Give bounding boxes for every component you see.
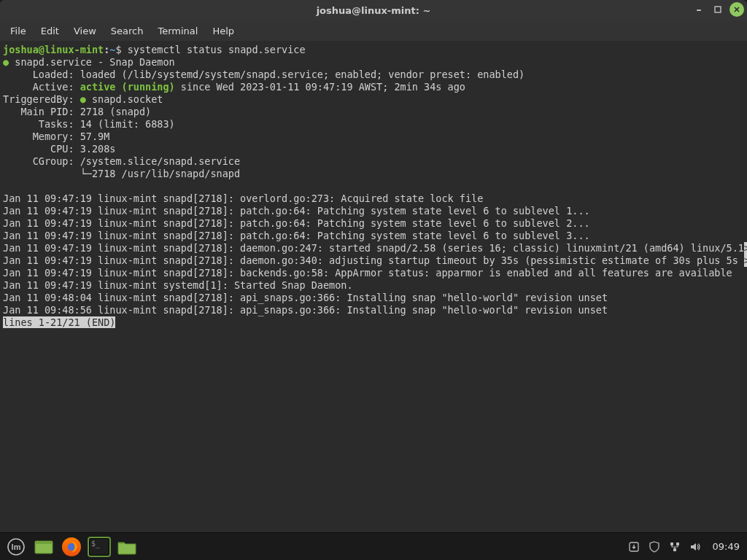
svg-rect-10 <box>676 542 679 545</box>
minimize-button[interactable]: – <box>692 2 706 17</box>
menu-help[interactable]: Help <box>206 23 240 39</box>
log-line: Jan 11 09:47:19 linux-mint snapd[2718]: … <box>3 230 590 241</box>
close-button[interactable] <box>729 2 744 17</box>
tasks-line: Tasks: 14 (limit: 6883) <box>3 118 175 130</box>
shield-icon[interactable] <box>649 541 660 553</box>
active-rest: since Wed 2023-01-11 09:47:19 AWST; 2min… <box>175 81 465 93</box>
line-continuation-marker: > <box>744 242 747 254</box>
menu-edit[interactable]: Edit <box>35 23 65 39</box>
maximize-button[interactable] <box>711 2 725 17</box>
log-line: Jan 11 09:47:19 linux-mint snapd[2718]: … <box>3 254 744 266</box>
menubar: File Edit View Search Terminal Help <box>0 20 747 41</box>
status-dot-icon: ● <box>80 93 86 105</box>
menu-search[interactable]: Search <box>105 23 150 39</box>
window-controls: – <box>692 2 744 17</box>
pager-status: lines 1-21/21 (END) <box>3 316 115 328</box>
command-text: systemctl status snapd.service <box>128 44 306 55</box>
cpu-line: CPU: 3.208s <box>3 143 115 155</box>
terminal-icon <box>88 537 110 556</box>
log-line: Jan 11 09:47:19 linux-mint systemd[1]: S… <box>3 279 353 291</box>
update-manager-icon[interactable] <box>628 541 640 553</box>
menu-view[interactable]: View <box>68 23 102 39</box>
log-line: Jan 11 09:47:19 linux-mint snapd[2718]: … <box>3 242 744 254</box>
taskbar: lm 09:49 <box>0 532 747 560</box>
status-dot-icon: ● <box>3 56 9 68</box>
network-icon[interactable] <box>669 541 681 553</box>
clock[interactable]: 09:49 <box>710 541 743 552</box>
memory-line: Memory: 57.9M <box>3 131 109 142</box>
log-line: Jan 11 09:47:19 linux-mint snapd[2718]: … <box>3 217 590 229</box>
cgroup-line: CGroup: /system.slice/snapd.service <box>3 155 240 167</box>
files-launcher[interactable] <box>115 536 139 558</box>
firefox-launcher[interactable] <box>60 536 83 558</box>
triggered-label: TriggeredBy: <box>3 93 80 105</box>
start-menu-button[interactable]: lm <box>4 536 28 558</box>
svg-text:lm: lm <box>12 542 21 551</box>
titlebar[interactable]: joshua@linux-mint: ~ – <box>0 0 747 20</box>
taskbar-left: lm <box>4 536 139 558</box>
cgroup-child-line: └─2718 /usr/lib/snapd/snapd <box>3 168 240 179</box>
main-pid-line: Main PID: 2718 (snapd) <box>3 106 151 117</box>
log-line: Jan 11 09:48:56 linux-mint snapd[2718]: … <box>3 304 608 316</box>
active-value: active (running) <box>80 81 175 93</box>
svg-rect-0 <box>715 7 721 12</box>
log-line: Jan 11 09:47:19 linux-mint snapd[2718]: … <box>3 192 483 204</box>
unit-line: snapd.service - Snap Daemon <box>15 56 174 68</box>
show-desktop-button[interactable] <box>32 536 55 558</box>
active-label: Active: <box>3 81 80 93</box>
prompt-user: joshua@linux-mint <box>3 44 104 55</box>
loaded-line: Loaded: loaded (/lib/systemd/system/snap… <box>3 69 525 80</box>
log-line: Jan 11 09:48:04 linux-mint snapd[2718]: … <box>3 292 608 303</box>
triggered-value: snapd.socket <box>92 93 163 105</box>
window-title: joshua@linux-mint: ~ <box>317 5 431 16</box>
terminal-window: joshua@linux-mint: ~ – File Edit View Se… <box>0 0 747 532</box>
terminal-launcher-active[interactable] <box>88 536 111 558</box>
menu-terminal[interactable]: Terminal <box>152 23 204 39</box>
log-line: Jan 11 09:47:19 linux-mint snapd[2718]: … <box>3 267 732 279</box>
svg-rect-11 <box>673 548 676 551</box>
menu-file[interactable]: File <box>4 23 32 39</box>
line-continuation-marker: > <box>744 254 747 267</box>
svg-rect-6 <box>35 541 53 544</box>
svg-rect-9 <box>670 542 673 545</box>
firefox-icon <box>62 537 81 556</box>
taskbar-right: 09:49 <box>628 541 743 553</box>
log-line: Jan 11 09:47:19 linux-mint snapd[2718]: … <box>3 205 590 217</box>
volume-icon[interactable] <box>689 541 701 553</box>
terminal-output[interactable]: joshua@linux-mint:~$ systemctl status sn… <box>0 41 747 532</box>
